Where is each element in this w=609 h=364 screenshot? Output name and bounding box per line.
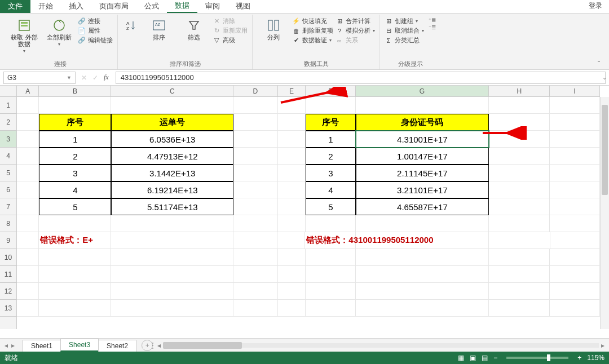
col-header-H[interactable]: H [489, 86, 550, 96]
cell[interactable] [17, 232, 39, 249]
menu-tab-页面布局[interactable]: 页面布局 [91, 0, 136, 13]
cell[interactable] [278, 300, 306, 317]
refresh-all-button[interactable]: 全部刷新 ▾ [43, 17, 76, 47]
cell[interactable]: 序号 [39, 114, 111, 131]
cell[interactable] [39, 300, 111, 317]
menu-tab-数据[interactable]: 数据 [167, 0, 197, 13]
scroll-right-button[interactable]: ▸ [601, 341, 604, 349]
cell[interactable] [17, 266, 39, 283]
flash-fill-button[interactable]: ⚡快速填充 [292, 17, 333, 25]
normal-view-button[interactable]: ▦ [458, 354, 464, 362]
dropdown-icon[interactable]: ▼ [67, 75, 72, 81]
cell[interactable] [550, 215, 600, 232]
row-header-13[interactable]: 13 [0, 300, 16, 317]
sheet-tab-Sheet2[interactable]: Sheet2 [98, 340, 136, 352]
row-header-5[interactable]: 5 [0, 165, 16, 181]
login-link[interactable]: 登录 [582, 0, 609, 13]
row-header-10[interactable]: 10 [0, 249, 16, 266]
cell[interactable] [550, 181, 600, 198]
cell[interactable] [550, 114, 600, 131]
zoom-out-button[interactable]: − [493, 354, 497, 362]
cell[interactable] [233, 266, 278, 283]
cell[interactable] [233, 300, 278, 317]
cell[interactable]: 3.1442E+13 [111, 165, 233, 181]
expand-formula-bar-button[interactable]: ⌄ [602, 74, 607, 81]
cell[interactable] [233, 181, 278, 198]
cell[interactable] [17, 249, 39, 266]
cell[interactable] [489, 131, 550, 148]
sheet-tab-Sheet3[interactable]: Sheet3 [60, 339, 99, 352]
cell[interactable] [233, 114, 278, 131]
row-header-2[interactable]: 2 [0, 114, 16, 131]
cell[interactable]: 3.21101E+17 [356, 181, 489, 198]
error-note-1[interactable]: 错误格式：E+ [39, 232, 111, 249]
cell[interactable] [306, 300, 356, 317]
cell[interactable]: 1 [39, 131, 111, 148]
formula-input[interactable]: 431001199505112000 [116, 72, 606, 84]
col-header-B[interactable]: B [39, 86, 111, 96]
zoom-in-button[interactable]: + [577, 354, 581, 362]
cell[interactable] [306, 97, 356, 114]
cell[interactable]: 2 [39, 148, 111, 165]
col-header-E[interactable]: E [278, 86, 306, 96]
cell[interactable] [17, 283, 39, 300]
cell[interactable] [278, 198, 306, 215]
cell[interactable] [489, 215, 550, 232]
row-header-12[interactable]: 12 [0, 283, 16, 300]
cell[interactable]: 3 [39, 165, 111, 181]
clear-filter-button[interactable]: ✕清除 [213, 17, 248, 25]
cell[interactable]: 1.00147E+17 [356, 148, 489, 165]
horizontal-scrollbar[interactable]: ⋮ ◂ ▸ [157, 341, 604, 349]
cell[interactable] [550, 283, 600, 300]
cell[interactable] [489, 148, 550, 165]
cell[interactable] [233, 198, 278, 215]
cell[interactable] [489, 114, 550, 131]
reapply-button[interactable]: ↻重新应用 [213, 26, 248, 35]
cell[interactable] [278, 283, 306, 300]
cell[interactable] [278, 215, 306, 232]
cell[interactable] [233, 215, 278, 232]
split-handle[interactable]: ⋮ [149, 341, 156, 349]
cell[interactable] [233, 131, 278, 148]
row-header-9[interactable]: 9 [0, 232, 16, 249]
cell[interactable] [489, 198, 550, 215]
cell[interactable]: 1 [306, 131, 356, 148]
cell[interactable] [39, 266, 111, 283]
cell[interactable] [550, 148, 600, 165]
fx-button[interactable]: fx [104, 73, 109, 82]
row-headers[interactable]: 12345678910111213 [0, 97, 17, 329]
consolidate-button[interactable]: ⊞合并计算 [336, 17, 375, 25]
cell[interactable]: 4 [306, 181, 356, 198]
menu-tab-开始[interactable]: 开始 [30, 0, 61, 13]
remove-duplicates-button[interactable]: 🗑删除重复项 [292, 26, 333, 35]
cell[interactable] [111, 215, 233, 232]
cell[interactable] [278, 148, 306, 165]
cell[interactable] [278, 181, 306, 198]
tab-nav-first-button[interactable]: ◂ [5, 341, 8, 349]
cell[interactable] [111, 300, 233, 317]
cell[interactable] [489, 97, 550, 114]
filter-button[interactable]: 筛选 [178, 17, 210, 41]
cell[interactable] [17, 131, 39, 148]
cell[interactable] [356, 283, 489, 300]
page-layout-view-button[interactable]: ▣ [470, 354, 476, 362]
cell[interactable] [489, 232, 550, 249]
zoom-level[interactable]: 115% [587, 354, 604, 362]
cell[interactable] [111, 232, 233, 249]
connections-button[interactable]: 🔗连接 [78, 17, 113, 25]
row-header-11[interactable]: 11 [0, 266, 16, 283]
cell[interactable] [233, 97, 278, 114]
show-detail-button[interactable]: ⁺≣ [429, 17, 436, 23]
col-header-C[interactable]: C [111, 86, 233, 96]
cells-grid[interactable]: 序号运单号序号身份证号码16.0536E+1314.31001E+1724.47… [17, 97, 600, 329]
page-break-view-button[interactable]: ▤ [482, 354, 488, 362]
cell[interactable] [39, 97, 111, 114]
text-to-columns-button[interactable]: 分列 [257, 17, 290, 41]
col-header-A[interactable]: A [17, 86, 39, 96]
cell[interactable] [550, 266, 600, 283]
menu-tab-视图[interactable]: 视图 [228, 0, 258, 13]
cell[interactable] [306, 266, 356, 283]
cell[interactable] [39, 249, 111, 266]
cell[interactable] [550, 249, 600, 266]
cell[interactable] [17, 148, 39, 165]
